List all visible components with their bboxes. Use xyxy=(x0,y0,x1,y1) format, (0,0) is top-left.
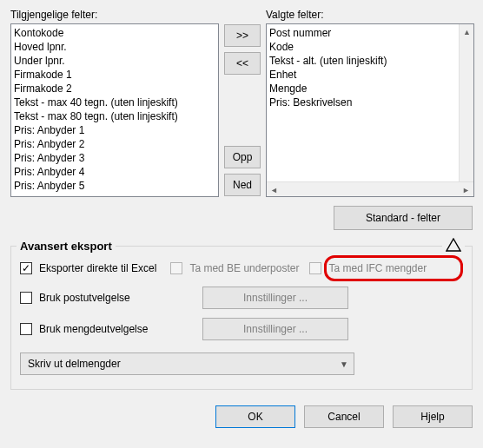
cancel-button[interactable]: Cancel xyxy=(304,405,384,428)
list-item[interactable]: Kontokode xyxy=(14,26,218,40)
advanced-export-group: Avansert eksport Eksporter direkte til E… xyxy=(10,246,473,390)
list-item[interactable]: Pris: Anbyder 3 xyxy=(14,151,218,165)
scroll-right-icon: ► xyxy=(459,182,473,197)
list-item[interactable]: Post nummer xyxy=(269,26,473,40)
export-excel-label: Eksporter direkte til Excel xyxy=(39,262,156,274)
dropdown-value: Skriv ut delmengder xyxy=(28,358,121,370)
list-item[interactable]: Enhet xyxy=(269,68,473,82)
move-down-button[interactable]: Ned xyxy=(224,174,261,196)
qty-selection-checkbox[interactable] xyxy=(20,323,32,335)
list-item[interactable]: Pris: Anbyder 5 xyxy=(14,179,218,193)
list-item[interactable]: Kode xyxy=(269,40,473,54)
triangle-icon xyxy=(442,238,465,252)
list-item[interactable]: Hoved lpnr. xyxy=(14,40,218,54)
selected-fields-listbox[interactable]: Post nummerKodeTekst - alt. (uten linjes… xyxy=(266,23,474,197)
list-item[interactable]: Pris: Anbyder 4 xyxy=(14,165,218,179)
svg-marker-0 xyxy=(447,239,460,251)
post-selection-settings-button: Innstillinger ... xyxy=(202,287,348,309)
qty-selection-label: Bruk mengdeutvelgelse xyxy=(39,323,148,335)
print-subquantities-dropdown[interactable]: Skriv ut delmengder ▼ xyxy=(20,352,354,375)
export-excel-checkbox[interactable] xyxy=(20,262,32,274)
list-item[interactable]: Mengde xyxy=(269,82,473,96)
chevron-down-icon: ▼ xyxy=(340,359,348,369)
list-item[interactable]: Pris: Anbyder 2 xyxy=(14,137,218,151)
selected-fields-label: Valgte felter: xyxy=(266,9,474,21)
list-item[interactable]: Firmakode 2 xyxy=(14,82,218,96)
post-selection-checkbox[interactable] xyxy=(20,292,32,304)
add-field-button[interactable]: >> xyxy=(224,24,261,47)
list-item[interactable]: Tekst - alt. (uten linjeskift) xyxy=(269,54,473,68)
list-item[interactable]: Pris: Beskrivelsen xyxy=(269,96,473,109)
list-item[interactable]: Under lpnr. xyxy=(14,54,218,68)
available-fields-label: Tilgjengelige felter: xyxy=(10,9,219,21)
scroll-left-icon: ◄ xyxy=(267,182,281,197)
ok-button[interactable]: OK xyxy=(215,405,295,428)
remove-field-button[interactable]: << xyxy=(224,52,261,75)
list-item[interactable]: Tekst - max 40 tegn. (uten linjeskift) xyxy=(14,96,218,109)
available-fields-listbox[interactable]: KontokodeHoved lpnr.Under lpnr.Firmakode… xyxy=(10,23,219,197)
advanced-export-title: Avansert eksport xyxy=(17,240,116,253)
move-up-button[interactable]: Opp xyxy=(224,146,261,168)
ifc-quantities-label: Ta med IFC mengder xyxy=(328,262,427,274)
be-subitems-label: Ta med BE underposter xyxy=(189,262,299,274)
scroll-up-icon: ▲ xyxy=(460,24,474,39)
post-selection-label: Bruk postutvelgelse xyxy=(39,292,130,304)
standard-fields-button[interactable]: Standard - felter xyxy=(334,206,473,230)
qty-selection-settings-button: Innstillinger ... xyxy=(202,318,348,340)
be-subitems-checkbox xyxy=(170,262,182,274)
ifc-quantities-checkbox xyxy=(309,262,321,274)
help-button[interactable]: Hjelp xyxy=(393,405,473,428)
list-item[interactable]: Pris: Anbyder 1 xyxy=(14,123,218,137)
list-item[interactable]: Firmakode 1 xyxy=(14,68,218,82)
list-item[interactable]: Tekst - max 80 tegn. (uten linjeskift) xyxy=(14,109,218,123)
